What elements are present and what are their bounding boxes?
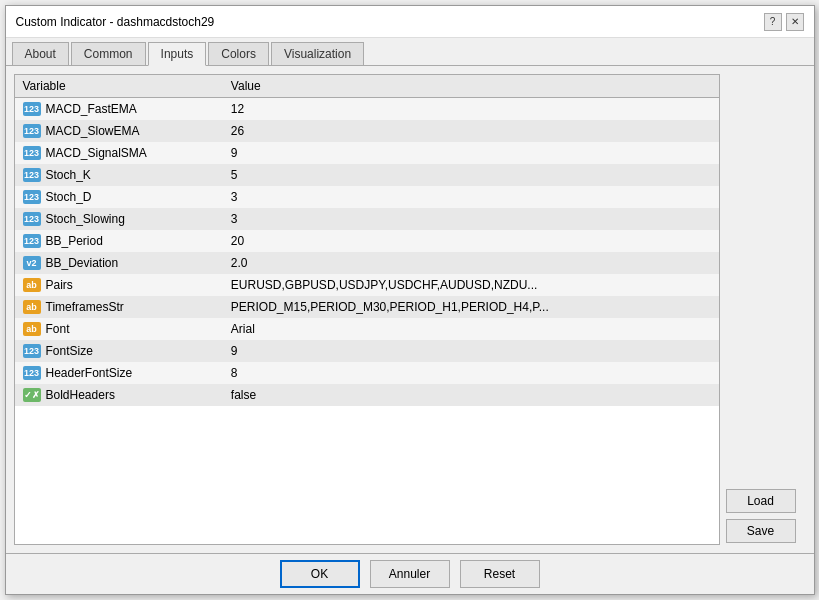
table-row[interactable]: 123MACD_SlowEMA26 xyxy=(15,120,719,142)
tab-visualization[interactable]: Visualization xyxy=(271,42,364,65)
variable-cell: 123Stoch_D xyxy=(15,186,223,208)
type-icon: ab xyxy=(23,322,41,336)
variable-cell: 123MACD_FastEMA xyxy=(15,98,223,120)
table-row[interactable]: abFontArial xyxy=(15,318,719,340)
type-icon: 123 xyxy=(23,102,41,116)
value-cell[interactable]: 9 xyxy=(223,142,719,164)
value-cell[interactable]: EURUSD,GBPUSD,USDJPY,USDCHF,AUDUSD,NZDU.… xyxy=(223,274,719,296)
variable-cell: ✓✗BoldHeaders xyxy=(15,384,223,406)
variable-name: HeaderFontSize xyxy=(46,366,133,380)
variable-name: BoldHeaders xyxy=(46,388,115,402)
close-button[interactable]: ✕ xyxy=(786,13,804,31)
title-bar: Custom Indicator - dashmacdstoch29 ? ✕ xyxy=(6,6,814,38)
help-button[interactable]: ? xyxy=(764,13,782,31)
table-row[interactable]: 123Stoch_Slowing3 xyxy=(15,208,719,230)
col-value: Value xyxy=(223,75,719,98)
type-icon: 123 xyxy=(23,212,41,226)
dialog: Custom Indicator - dashmacdstoch29 ? ✕ A… xyxy=(5,5,815,595)
table-row[interactable]: 123BB_Period20 xyxy=(15,230,719,252)
variable-name: Stoch_K xyxy=(46,168,91,182)
type-icon: 123 xyxy=(23,366,41,380)
table-row[interactable]: 123MACD_SignalSMA9 xyxy=(15,142,719,164)
type-icon: ✓✗ xyxy=(23,388,41,402)
variable-cell: abPairs xyxy=(15,274,223,296)
variable-cell: 123Stoch_Slowing xyxy=(15,208,223,230)
type-icon: v2 xyxy=(23,256,41,270)
value-cell[interactable]: false xyxy=(223,384,719,406)
variable-cell: 123BB_Period xyxy=(15,230,223,252)
table-row[interactable]: 123FontSize9 xyxy=(15,340,719,362)
reset-button[interactable]: Reset xyxy=(460,560,540,588)
value-cell[interactable]: PERIOD_M15,PERIOD_M30,PERIOD_H1,PERIOD_H… xyxy=(223,296,719,318)
value-cell[interactable]: 3 xyxy=(223,186,719,208)
tab-common[interactable]: Common xyxy=(71,42,146,65)
value-cell[interactable]: 5 xyxy=(223,164,719,186)
footer: OK Annuler Reset xyxy=(6,553,814,594)
save-button[interactable]: Save xyxy=(726,519,796,543)
table-row[interactable]: v2BB_Deviation2.0 xyxy=(15,252,719,274)
value-cell[interactable]: 12 xyxy=(223,98,719,120)
variable-cell: abFont xyxy=(15,318,223,340)
variable-cell: 123HeaderFontSize xyxy=(15,362,223,384)
type-icon: ab xyxy=(23,300,41,314)
tabs-bar: AboutCommonInputsColorsVisualization xyxy=(6,38,814,66)
table-row[interactable]: 123HeaderFontSize8 xyxy=(15,362,719,384)
value-cell[interactable]: Arial xyxy=(223,318,719,340)
type-icon: 123 xyxy=(23,234,41,248)
variable-name: MACD_SignalSMA xyxy=(46,146,147,160)
main-table-area: Variable Value 123MACD_FastEMA12123MACD_… xyxy=(14,74,720,545)
type-icon: 123 xyxy=(23,344,41,358)
table-container: Variable Value 123MACD_FastEMA12123MACD_… xyxy=(14,74,720,545)
variable-name: BB_Period xyxy=(46,234,103,248)
value-cell[interactable]: 2.0 xyxy=(223,252,719,274)
params-table: Variable Value 123MACD_FastEMA12123MACD_… xyxy=(15,75,719,406)
value-cell[interactable]: 8 xyxy=(223,362,719,384)
variable-name: MACD_SlowEMA xyxy=(46,124,140,138)
annuler-button[interactable]: Annuler xyxy=(370,560,450,588)
variable-name: MACD_FastEMA xyxy=(46,102,137,116)
variable-name: Font xyxy=(46,322,70,336)
load-button[interactable]: Load xyxy=(726,489,796,513)
dialog-title: Custom Indicator - dashmacdstoch29 xyxy=(16,15,215,29)
variable-cell: abTimeframesStr xyxy=(15,296,223,318)
table-row[interactable]: abPairsEURUSD,GBPUSD,USDJPY,USDCHF,AUDUS… xyxy=(15,274,719,296)
type-icon: 123 xyxy=(23,168,41,182)
variable-name: FontSize xyxy=(46,344,93,358)
right-panel: Variable Value 123MACD_FastEMA12123MACD_… xyxy=(14,74,806,545)
ok-button[interactable]: OK xyxy=(280,560,360,588)
variable-cell: 123Stoch_K xyxy=(15,164,223,186)
variable-name: Stoch_D xyxy=(46,190,92,204)
table-row[interactable]: ✓✗BoldHeadersfalse xyxy=(15,384,719,406)
table-row[interactable]: 123Stoch_D3 xyxy=(15,186,719,208)
type-icon: 123 xyxy=(23,124,41,138)
value-cell[interactable]: 20 xyxy=(223,230,719,252)
variable-name: Stoch_Slowing xyxy=(46,212,125,226)
type-icon: 123 xyxy=(23,190,41,204)
table-row[interactable]: abTimeframesStrPERIOD_M15,PERIOD_M30,PER… xyxy=(15,296,719,318)
variable-cell: 123FontSize xyxy=(15,340,223,362)
col-variable: Variable xyxy=(15,75,223,98)
title-buttons: ? ✕ xyxy=(764,13,804,31)
type-icon: ab xyxy=(23,278,41,292)
side-panel: Load Save xyxy=(726,74,806,545)
value-cell[interactable]: 26 xyxy=(223,120,719,142)
value-cell[interactable]: 3 xyxy=(223,208,719,230)
variable-name: BB_Deviation xyxy=(46,256,119,270)
type-icon: 123 xyxy=(23,146,41,160)
variable-cell: v2BB_Deviation xyxy=(15,252,223,274)
tab-colors[interactable]: Colors xyxy=(208,42,269,65)
variable-name: Pairs xyxy=(46,278,73,292)
tab-about[interactable]: About xyxy=(12,42,69,65)
variable-name: TimeframesStr xyxy=(46,300,124,314)
variable-cell: 123MACD_SignalSMA xyxy=(15,142,223,164)
table-row[interactable]: 123MACD_FastEMA12 xyxy=(15,98,719,120)
table-row[interactable]: 123Stoch_K5 xyxy=(15,164,719,186)
content-area: Variable Value 123MACD_FastEMA12123MACD_… xyxy=(6,66,814,553)
value-cell[interactable]: 9 xyxy=(223,340,719,362)
tab-inputs[interactable]: Inputs xyxy=(148,42,207,66)
variable-cell: 123MACD_SlowEMA xyxy=(15,120,223,142)
